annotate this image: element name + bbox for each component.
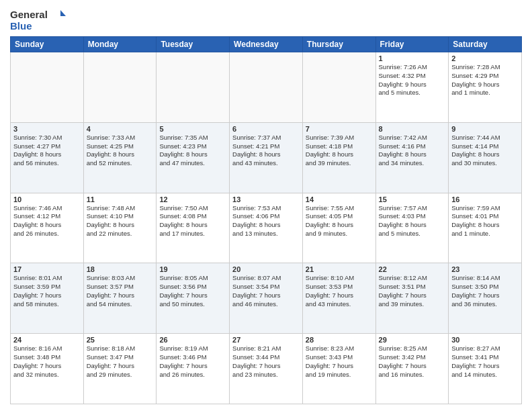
day-detail: Sunrise: 8:05 AMSunset: 3:56 PMDaylight:… — [159, 274, 226, 308]
calendar-cell-0-4 — [302, 52, 375, 123]
calendar-cell-1-0: 3Sunrise: 7:30 AMSunset: 4:27 PMDaylight… — [11, 122, 84, 193]
svg-text:General: General — [10, 9, 48, 20]
day-number: 21 — [306, 265, 373, 273]
day-number: 11 — [87, 195, 154, 203]
day-detail: Sunrise: 8:12 AMSunset: 3:51 PMDaylight:… — [379, 274, 446, 308]
day-number: 7 — [306, 125, 373, 133]
calendar-cell-3-3: 20Sunrise: 8:07 AMSunset: 3:54 PMDayligh… — [230, 263, 303, 334]
day-number: 17 — [13, 265, 81, 273]
calendar-cell-0-1 — [83, 52, 157, 123]
day-number: 10 — [13, 195, 81, 203]
day-number: 2 — [451, 54, 519, 62]
day-number: 29 — [379, 336, 446, 344]
day-number: 13 — [232, 195, 300, 203]
calendar-cell-1-6: 9Sunrise: 7:44 AMSunset: 4:14 PMDaylight… — [449, 122, 522, 193]
svg-text:Blue: Blue — [10, 20, 32, 32]
day-detail: Sunrise: 7:37 AMSunset: 4:21 PMDaylight:… — [232, 134, 300, 168]
calendar-row-3: 17Sunrise: 8:01 AMSunset: 3:59 PMDayligh… — [11, 263, 522, 334]
day-number: 19 — [159, 265, 226, 273]
day-detail: Sunrise: 8:23 AMSunset: 3:43 PMDaylight:… — [306, 345, 373, 379]
calendar-row-2: 10Sunrise: 7:46 AMSunset: 4:12 PMDayligh… — [11, 193, 522, 263]
calendar-cell-4-0: 24Sunrise: 8:16 AMSunset: 3:48 PMDayligh… — [11, 334, 84, 404]
day-detail: Sunrise: 7:26 AMSunset: 4:32 PMDaylight:… — [379, 63, 446, 97]
calendar-cell-3-5: 22Sunrise: 8:12 AMSunset: 3:51 PMDayligh… — [375, 263, 449, 334]
logo: General Blue — [10, 7, 71, 32]
day-number: 30 — [451, 336, 519, 344]
day-detail: Sunrise: 7:48 AMSunset: 4:10 PMDaylight:… — [87, 204, 154, 238]
calendar-row-4: 24Sunrise: 8:16 AMSunset: 3:48 PMDayligh… — [11, 334, 522, 404]
calendar-table: SundayMondayTuesdayWednesdayThursdayFrid… — [10, 36, 522, 404]
day-detail: Sunrise: 8:19 AMSunset: 3:46 PMDaylight:… — [159, 345, 226, 379]
day-number: 22 — [379, 265, 446, 273]
day-detail: Sunrise: 8:10 AMSunset: 3:53 PMDaylight:… — [306, 274, 373, 308]
calendar-cell-1-1: 4Sunrise: 7:33 AMSunset: 4:25 PMDaylight… — [83, 122, 157, 193]
calendar-cell-2-0: 10Sunrise: 7:46 AMSunset: 4:12 PMDayligh… — [11, 193, 84, 263]
header: General Blue — [10, 7, 522, 32]
calendar-cell-2-6: 16Sunrise: 7:59 AMSunset: 4:01 PMDayligh… — [449, 193, 522, 263]
day-detail: Sunrise: 8:07 AMSunset: 3:54 PMDaylight:… — [232, 274, 300, 308]
calendar-cell-3-6: 23Sunrise: 8:14 AMSunset: 3:50 PMDayligh… — [449, 263, 522, 334]
day-number: 24 — [13, 336, 81, 344]
day-number: 27 — [232, 336, 300, 344]
calendar-cell-1-2: 5Sunrise: 7:35 AMSunset: 4:23 PMDaylight… — [157, 122, 230, 193]
header-row: SundayMondayTuesdayWednesdayThursdayFrid… — [11, 37, 522, 52]
day-detail: Sunrise: 8:21 AMSunset: 3:44 PMDaylight:… — [232, 345, 300, 379]
calendar-cell-4-4: 28Sunrise: 8:23 AMSunset: 3:43 PMDayligh… — [302, 334, 375, 404]
calendar-cell-1-5: 8Sunrise: 7:42 AMSunset: 4:16 PMDaylight… — [375, 122, 449, 193]
day-number: 6 — [232, 125, 300, 133]
day-detail: Sunrise: 8:01 AMSunset: 3:59 PMDaylight:… — [13, 274, 81, 308]
weekday-header-tuesday: Tuesday — [157, 37, 230, 52]
day-detail: Sunrise: 7:46 AMSunset: 4:12 PMDaylight:… — [13, 204, 81, 238]
day-detail: Sunrise: 8:18 AMSunset: 3:47 PMDaylight:… — [87, 345, 154, 379]
calendar-cell-2-1: 11Sunrise: 7:48 AMSunset: 4:10 PMDayligh… — [83, 193, 157, 263]
day-number: 12 — [159, 195, 226, 203]
day-number: 5 — [159, 125, 226, 133]
day-number: 20 — [232, 265, 300, 273]
day-detail: Sunrise: 8:03 AMSunset: 3:57 PMDaylight:… — [87, 274, 154, 308]
day-number: 8 — [379, 125, 446, 133]
day-number: 18 — [87, 265, 154, 273]
day-number: 14 — [306, 195, 373, 203]
calendar-cell-2-2: 12Sunrise: 7:50 AMSunset: 4:08 PMDayligh… — [157, 193, 230, 263]
day-detail: Sunrise: 7:39 AMSunset: 4:18 PMDaylight:… — [306, 134, 373, 168]
calendar-cell-0-6: 2Sunrise: 7:28 AMSunset: 4:29 PMDaylight… — [449, 52, 522, 123]
calendar-cell-2-3: 13Sunrise: 7:53 AMSunset: 4:06 PMDayligh… — [230, 193, 303, 263]
day-detail: Sunrise: 7:50 AMSunset: 4:08 PMDaylight:… — [159, 204, 226, 238]
calendar-cell-1-4: 7Sunrise: 7:39 AMSunset: 4:18 PMDaylight… — [302, 122, 375, 193]
calendar-cell-2-5: 15Sunrise: 7:57 AMSunset: 4:03 PMDayligh… — [375, 193, 449, 263]
day-detail: Sunrise: 7:59 AMSunset: 4:01 PMDaylight:… — [451, 204, 519, 238]
day-number: 23 — [451, 265, 519, 273]
calendar-cell-0-5: 1Sunrise: 7:26 AMSunset: 4:32 PMDaylight… — [375, 52, 449, 123]
day-detail: Sunrise: 8:14 AMSunset: 3:50 PMDaylight:… — [451, 274, 519, 308]
calendar-cell-4-3: 27Sunrise: 8:21 AMSunset: 3:44 PMDayligh… — [230, 334, 303, 404]
calendar-cell-1-3: 6Sunrise: 7:37 AMSunset: 4:21 PMDaylight… — [230, 122, 303, 193]
page: General Blue SundayMondayTuesdayWednesda… — [0, 0, 532, 411]
day-detail: Sunrise: 8:16 AMSunset: 3:48 PMDaylight:… — [13, 345, 81, 379]
weekday-header-monday: Monday — [83, 37, 157, 52]
day-detail: Sunrise: 8:25 AMSunset: 3:42 PMDaylight:… — [379, 345, 446, 379]
day-detail: Sunrise: 7:42 AMSunset: 4:16 PMDaylight:… — [379, 134, 446, 168]
weekday-header-sunday: Sunday — [11, 37, 84, 52]
day-number: 15 — [379, 195, 446, 203]
day-number: 4 — [87, 125, 154, 133]
day-detail: Sunrise: 7:57 AMSunset: 4:03 PMDaylight:… — [379, 204, 446, 238]
calendar-cell-0-0 — [11, 52, 84, 123]
calendar-cell-4-1: 25Sunrise: 8:18 AMSunset: 3:47 PMDayligh… — [83, 334, 157, 404]
weekday-header-friday: Friday — [375, 37, 449, 52]
day-number: 3 — [13, 125, 81, 133]
weekday-header-wednesday: Wednesday — [230, 37, 303, 52]
calendar-cell-4-6: 30Sunrise: 8:27 AMSunset: 3:41 PMDayligh… — [449, 334, 522, 404]
calendar-cell-3-2: 19Sunrise: 8:05 AMSunset: 3:56 PMDayligh… — [157, 263, 230, 334]
calendar-cell-3-1: 18Sunrise: 8:03 AMSunset: 3:57 PMDayligh… — [83, 263, 157, 334]
day-detail: Sunrise: 7:44 AMSunset: 4:14 PMDaylight:… — [451, 134, 519, 168]
calendar-cell-3-4: 21Sunrise: 8:10 AMSunset: 3:53 PMDayligh… — [302, 263, 375, 334]
calendar-cell-4-2: 26Sunrise: 8:19 AMSunset: 3:46 PMDayligh… — [157, 334, 230, 404]
day-detail: Sunrise: 7:30 AMSunset: 4:27 PMDaylight:… — [13, 134, 81, 168]
day-detail: Sunrise: 7:35 AMSunset: 4:23 PMDaylight:… — [159, 134, 226, 168]
day-detail: Sunrise: 7:28 AMSunset: 4:29 PMDaylight:… — [451, 63, 519, 97]
day-number: 25 — [87, 336, 154, 344]
calendar-cell-3-0: 17Sunrise: 8:01 AMSunset: 3:59 PMDayligh… — [11, 263, 84, 334]
logo-svg: General Blue — [10, 7, 71, 32]
calendar-cell-0-2 — [157, 52, 230, 123]
day-detail: Sunrise: 8:27 AMSunset: 3:41 PMDaylight:… — [451, 345, 519, 379]
